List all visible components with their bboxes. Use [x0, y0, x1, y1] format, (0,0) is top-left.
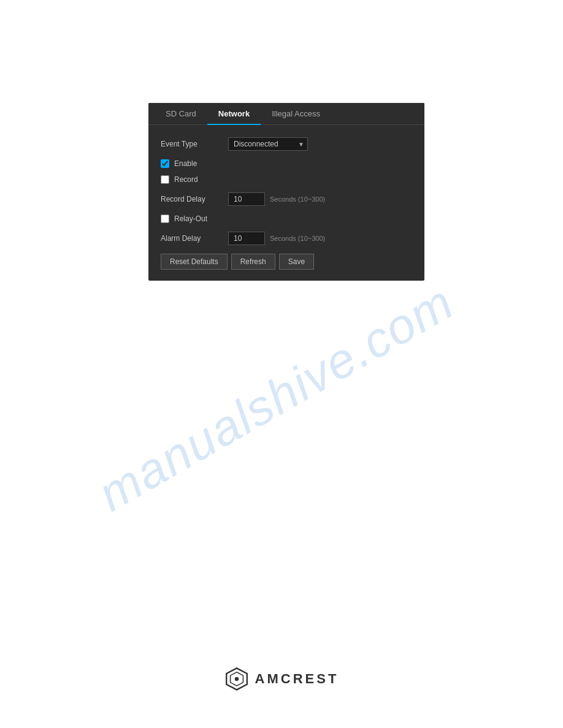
enable-checkbox[interactable] [161, 159, 169, 168]
refresh-button[interactable]: Refresh [231, 254, 275, 270]
record-row: Record [161, 175, 412, 184]
alarm-delay-label: Alarm Delay [161, 234, 228, 243]
form-area: Event Type Disconnected Connected ▼ Enab… [148, 125, 424, 281]
reset-defaults-button[interactable]: Reset Defaults [161, 254, 228, 270]
event-type-select[interactable]: Disconnected Connected [228, 137, 308, 151]
alarm-delay-row: Alarm Delay Seconds (10~300) [161, 230, 412, 246]
amcrest-logo-text: AMCREST [255, 671, 339, 687]
watermark-text: manualshive.com [88, 274, 463, 523]
settings-panel-container: ◀ SD Card Network Illegal Access Event T… [148, 103, 424, 281]
record-delay-row: Record Delay Seconds (10~300) [161, 191, 412, 207]
alarm-delay-input[interactable] [228, 232, 265, 245]
enable-label: Enable [174, 159, 197, 168]
record-delay-input-group: Seconds (10~300) [228, 192, 325, 206]
record-label: Record [174, 175, 198, 184]
logo-container: AMCREST [0, 667, 563, 691]
record-delay-input[interactable] [228, 192, 265, 206]
record-delay-label: Record Delay [161, 195, 228, 203]
event-type-dropdown-wrapper: Disconnected Connected ▼ [228, 137, 308, 151]
record-delay-hint: Seconds (10~300) [270, 195, 325, 203]
tab-sd-card[interactable]: SD Card [155, 103, 207, 124]
alarm-delay-input-group: Seconds (10~300) [228, 232, 325, 245]
relay-out-checkbox[interactable] [161, 214, 169, 223]
event-type-row: Event Type Disconnected Connected ▼ [161, 136, 412, 152]
watermark: manualshive.com [92, 245, 460, 552]
event-type-label: Event Type [161, 140, 228, 148]
save-button[interactable]: Save [279, 254, 314, 270]
settings-panel: ◀ SD Card Network Illegal Access Event T… [148, 103, 424, 281]
enable-row: Enable [161, 159, 412, 168]
relay-out-label: Relay-Out [174, 214, 207, 223]
buttons-row: Reset Defaults Refresh Save [161, 254, 412, 270]
svg-point-2 [234, 677, 238, 681]
tab-network[interactable]: Network [207, 103, 261, 124]
record-checkbox[interactable] [161, 175, 169, 184]
tab-illegal-access[interactable]: Illegal Access [261, 103, 331, 124]
relay-out-row: Relay-Out [161, 214, 412, 223]
amcrest-logo-icon [224, 667, 249, 691]
alarm-delay-hint: Seconds (10~300) [270, 235, 325, 242]
tab-bar: SD Card Network Illegal Access [148, 103, 424, 125]
